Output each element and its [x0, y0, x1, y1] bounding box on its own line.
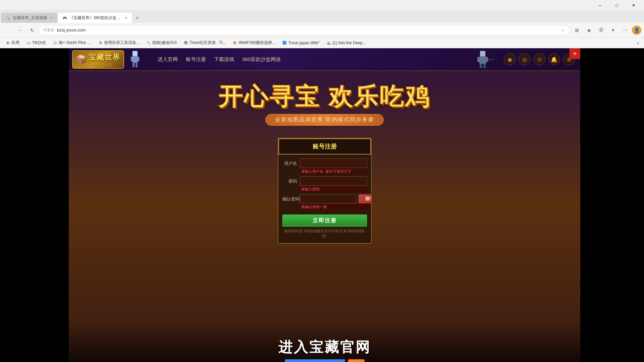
tab-baidu-search[interactable]: 🔍 宝藏世界_百度搜索 ✕ — [1, 13, 57, 23]
username-label: 用户名 — [282, 159, 300, 167]
bookmark-webfx[interactable]: 🎨 WebFX的颜色选择... — [230, 39, 278, 46]
bookmarks-bar: ⊞ 应用 📖 TROVE 📰 南+ South Plus ·... ⚙ 使用目录… — [0, 38, 644, 48]
title-bar: ─ □ ✕ — [0, 0, 644, 11]
apps-icon: ⊞ — [5, 41, 10, 45]
username-input-wrap: 请输入用户名, 最长可填写文字 — [300, 159, 367, 174]
nav-link-official[interactable]: 进入官网 — [158, 56, 178, 63]
register-button[interactable]: 立即注册 — [282, 215, 367, 227]
close-button[interactable]: ✕ — [626, 0, 641, 11]
bing-icon[interactable]: Ⓑ — [596, 25, 606, 36]
bookmarks-more-button[interactable]: » — [635, 40, 641, 46]
forward-button[interactable]: → — [15, 25, 25, 36]
share-icon[interactable]: ◉ — [504, 53, 516, 65]
confirm-error: 请确认密码一致 — [300, 204, 372, 210]
bookmark-tool-label: 使用目录工具渲染... — [104, 40, 140, 46]
red-corner-button[interactable]: + — [570, 48, 580, 59]
menu-icon[interactable]: ⋯ — [620, 25, 631, 36]
svg-rect-11 — [483, 64, 486, 68]
registration-form: 账号注册 用户名 请输入用户名, 最长可填写文字 — [278, 138, 372, 244]
nav-link-sandbox[interactable]: 360首款沙盒网游 — [242, 56, 281, 63]
minimize-button[interactable]: ─ — [592, 0, 608, 11]
bookmark-deep-label: (1) Into the Deep... — [332, 41, 366, 45]
hero-section: 开心寻宝 欢乐吃鸡 全新地图晶洞世界 吃鸡模式同步来袭 — [69, 71, 580, 132]
bookmark-webfx-label: WebFX的颜色选择... — [238, 40, 275, 46]
nav-link-download[interactable]: 下载游戏 — [214, 56, 234, 63]
character-left — [127, 49, 151, 70]
url-display: bzsj.youxi.com — [57, 27, 557, 33]
language-trove-icon: 📖 — [26, 41, 31, 45]
svg-rect-9 — [486, 57, 488, 62]
registration-form-container: 账号注册 用户名 请输入用户名, 最长可填写文字 — [69, 138, 580, 244]
eye-icon[interactable]: ◎ — [519, 53, 531, 65]
svg-rect-8 — [477, 57, 479, 62]
gui-icon: 🔧 — [146, 41, 151, 45]
bookmark-trove-japan[interactable]: 🗾 Trove japan Wiki* — [279, 40, 322, 46]
logo-box: 📦 宝藏世界 TROVE — [72, 50, 124, 69]
settings-icon[interactable]: ⊙ — [533, 53, 545, 65]
username-row: 用户名 请输入用户名, 最长可填写文字 — [282, 159, 367, 174]
tab-close-2[interactable]: ✕ — [124, 15, 128, 20]
game-header: 📦 宝藏世界 TROVE — [69, 48, 580, 71]
tab-title-1: 宝藏世界_百度搜索 — [13, 15, 47, 21]
new-tab-button[interactable]: + — [132, 13, 142, 23]
south-plus-icon: 📰 — [53, 41, 57, 45]
copilot-icon[interactable]: ✦ — [608, 25, 619, 36]
svg-rect-5 — [136, 63, 138, 67]
svg-rect-0 — [132, 51, 138, 56]
bookmark-trove-community[interactable]: 📚 Trove社区资源 · Tr... — [181, 39, 228, 46]
tab-close-1[interactable]: ✕ — [49, 15, 53, 20]
confirm-label: 确认密码 — [282, 194, 300, 202]
refresh-button[interactable]: ↻ — [27, 25, 38, 36]
tab-title-2: 《宝藏世界》360首款沙盒网游 — [69, 15, 122, 21]
password-label: 密码 — [282, 176, 300, 184]
tab-game-site[interactable]: 🎮 《宝藏世界》360首款沙盒网游 ✕ — [58, 13, 132, 23]
bookmark-community-label: Trove社区资源 · Tr... — [190, 40, 226, 46]
password-row: 密码 请输入密码 — [282, 176, 367, 192]
svg-rect-6 — [480, 51, 485, 56]
nav-link-register[interactable]: 账号注册 — [186, 56, 206, 63]
bookmark-gui-label: 指南|修改GUI — [152, 40, 176, 46]
bookmark-into-deep[interactable]: 🌊 (1) Into the Deep... — [324, 40, 369, 46]
svg-rect-2 — [131, 57, 132, 61]
form-title-bar[interactable]: 账号注册 — [278, 138, 371, 155]
star-icon[interactable]: ☆ — [560, 27, 566, 33]
bookmark-directory-tool[interactable]: ⚙ 使用目录工具渲染... — [95, 39, 142, 46]
edge-icon[interactable]: ◈ — [584, 25, 594, 36]
bookmark-south-plus[interactable]: 📰 南+ South Plus ·... — [50, 39, 94, 46]
address-bar-icons: ☆ — [560, 27, 566, 33]
webpage-content: + 📦 宝藏世界 TROVE — [0, 48, 644, 362]
confirm-input[interactable] — [300, 194, 356, 203]
bookmark-japan-label: Trove japan Wiki* — [288, 41, 320, 45]
back-button[interactable]: ← — [3, 25, 13, 36]
address-bar[interactable]: 不安全 bzsj.youxi.com ☆ — [39, 25, 570, 35]
profile-avatar[interactable]: 👤 — [632, 25, 641, 35]
progress-orange — [348, 359, 365, 362]
bookmark-apps[interactable]: ⊞ 应用 — [3, 39, 22, 46]
japan-icon: 🗾 — [282, 41, 287, 45]
bottom-progress-bar — [285, 359, 365, 362]
bottom-section: 进入宝藏官网 — [69, 322, 580, 362]
form-body: 用户名 请输入用户名, 最长可填写文字 密码 请输入密码 — [278, 155, 371, 243]
username-input[interactable] — [300, 159, 367, 168]
bookmark-south-plus-label: 南+ South Plus ·... — [59, 40, 91, 46]
confirm-password-row: 确认密码 验证 请确认密码一致 — [282, 194, 367, 210]
bookmark-gui[interactable]: 🔧 指南|修改GUI — [144, 39, 179, 46]
svg-rect-1 — [132, 56, 138, 63]
tab-favicon-2: 🎮 — [62, 15, 67, 20]
captcha-row: 验证 — [300, 194, 372, 203]
nav-right-section: ⊞ ◈ Ⓑ ✦ ⋯ 👤 — [572, 25, 641, 36]
bookmark-language-trove[interactable]: 📖 TROVE — [23, 40, 49, 46]
captcha-image[interactable]: 验证 — [358, 194, 372, 203]
bell-icon[interactable]: 🔔 — [548, 53, 560, 65]
game-nav-links: 进入官网 账号注册 下载游戏 360首款沙盒网游 — [151, 56, 472, 63]
svg-rect-4 — [132, 63, 135, 67]
svg-rect-13 — [489, 60, 491, 62]
logo-icon: 📦 — [75, 54, 87, 65]
extensions-icon[interactable]: ⊞ — [572, 25, 582, 36]
window-controls: ─ □ ✕ — [592, 0, 641, 11]
password-input-wrap: 请输入密码 — [300, 176, 367, 192]
maximize-button[interactable]: □ — [609, 0, 625, 11]
svg-rect-12 — [488, 59, 494, 60]
logo-text-chinese: 宝藏世界 — [89, 52, 121, 62]
password-input[interactable] — [300, 176, 367, 186]
